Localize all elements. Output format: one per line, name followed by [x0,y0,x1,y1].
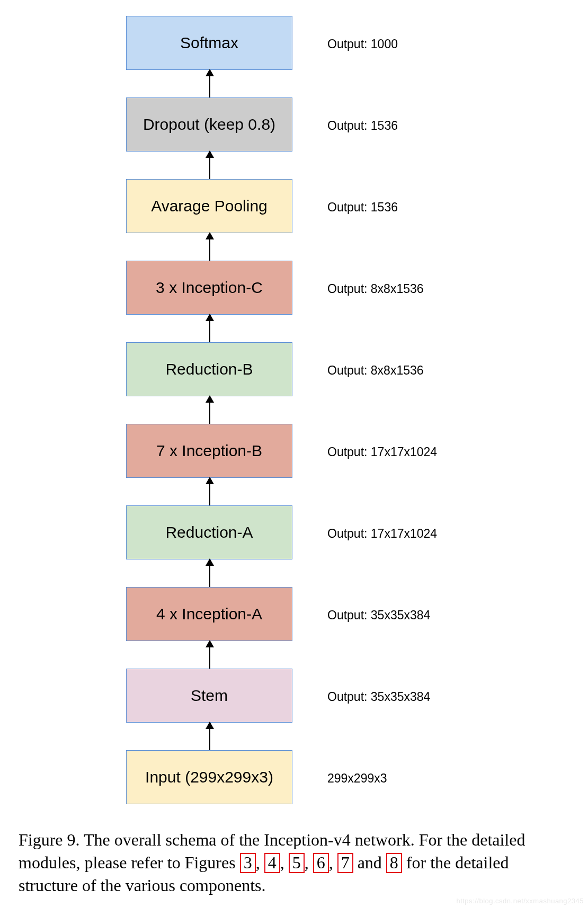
layer-block-input: Input (299x299x3) [126,750,292,804]
output-label-reduction-b: Output: 8x8x1536 [327,363,424,378]
caption-separator: , [280,853,289,872]
output-label-avgpool: Output: 1536 [327,200,398,215]
layer-block-inception-b: 7 x Inception-B [126,424,292,478]
watermark: https://blog.csdn.net/xxmashuang2345 [456,897,584,905]
flow-arrow [209,315,210,342]
output-label-dropout: Output: 1536 [327,119,398,133]
flow-arrow [209,70,210,97]
output-label-inception-b: Output: 17x17x1024 [327,445,437,459]
figure-ref-link[interactable]: 3 [240,853,256,873]
layer-block-reduction-b: Reduction-B [126,342,292,396]
output-label-input: 299x299x3 [327,771,387,786]
layer-label: Avarage Pooling [151,197,268,215]
layer-block-softmax: Softmax [126,16,292,70]
flow-arrow [209,233,210,261]
flow-arrow [209,559,210,587]
layer-label: Softmax [180,34,238,52]
layer-label: 3 x Inception-C [156,279,263,297]
layer-block-inception-a: 4 x Inception-A [126,587,292,641]
output-label-stem: Output: 35x35x384 [327,690,430,704]
layer-label: 4 x Inception-A [156,605,262,623]
figure-ref-link[interactable]: 6 [313,853,329,873]
figure-ref-link[interactable]: 7 [337,853,353,873]
figure-caption: Figure 9. The overall schema of the Ince… [19,829,569,897]
layer-label: Dropout (keep 0.8) [143,115,275,134]
output-label-inception-a: Output: 35x35x384 [327,608,430,623]
output-label-reduction-a: Output: 17x17x1024 [327,527,437,541]
flow-arrow [209,396,210,424]
flow-arrow [209,152,210,179]
caption-separator: , [305,853,313,872]
layer-label: Reduction-A [165,523,253,541]
figure-ref-link[interactable]: 5 [289,853,305,873]
figure-ref-link[interactable]: 4 [264,853,280,873]
layer-label: 7 x Inception-B [156,442,262,460]
caption-separator: , [329,853,337,872]
layer-label: Reduction-B [165,360,253,378]
diagram-root: SoftmaxOutput: 1000Dropout (keep 0.8)Out… [0,0,588,907]
flow-arrow [209,641,210,669]
layer-block-stem: Stem [126,669,292,723]
layer-label: Input (299x299x3) [145,768,273,786]
layer-block-avgpool: Avarage Pooling [126,179,292,233]
flow-arrow [209,723,210,750]
output-label-softmax: Output: 1000 [327,37,398,51]
layer-block-reduction-a: Reduction-A [126,505,292,559]
caption-separator: , [256,853,264,872]
layer-block-dropout: Dropout (keep 0.8) [126,97,292,152]
layer-block-inception-c: 3 x Inception-C [126,261,292,315]
caption-separator: and [353,853,386,872]
flow-arrow [209,478,210,505]
layer-label: Stem [191,687,228,705]
output-label-inception-c: Output: 8x8x1536 [327,282,424,296]
figure-ref-link[interactable]: 8 [386,853,402,873]
